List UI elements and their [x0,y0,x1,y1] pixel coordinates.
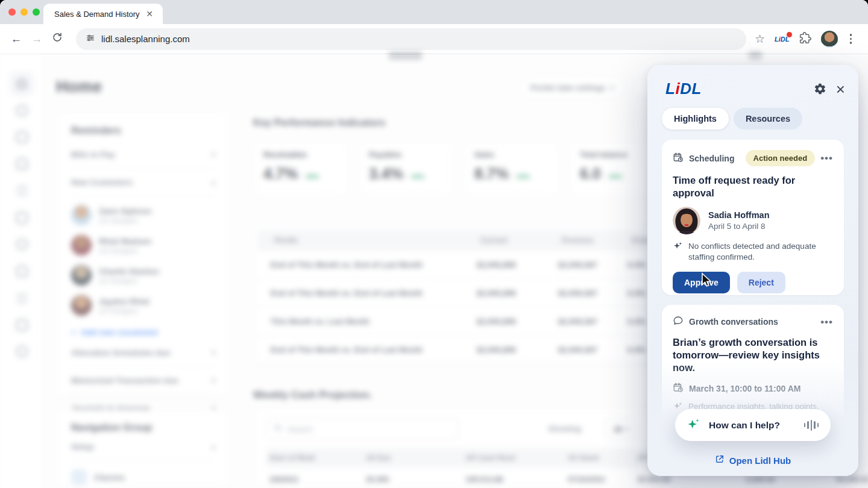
back-icon[interactable]: ← [6,33,27,46]
person-name: Sadia Hoffman [708,210,770,220]
close-window-button[interactable] [8,8,16,16]
bookmark-star-icon[interactable]: ☆ [755,32,765,46]
tab-strip: Sales & Demand History ✕ [0,0,868,24]
gear-icon[interactable] [814,83,826,95]
external-link-icon [715,454,725,466]
person-row: Sadia Hoffman April 5 to April 8 [673,207,833,234]
card-category: Growth conversations [689,317,778,327]
voice-icon[interactable] [804,420,819,431]
panel-tabs: Highlights Resources [662,108,802,130]
open-lidl-hub-link[interactable]: Open Lidl Hub [647,454,858,466]
reject-button[interactable]: Reject [737,272,785,293]
more-icon[interactable]: ••• [820,153,833,163]
lidl-extension-icon[interactable]: LiDL [775,36,789,43]
status-badge: Action needed [746,150,816,166]
browser-menu-icon[interactable] [848,34,855,44]
tune-icon[interactable] [86,33,95,45]
ai-note: No conflicts detected and adequate staff… [688,241,833,263]
card-category: Scheduling [689,154,734,163]
person-dates: April 5 to April 8 [708,222,770,231]
zoom-window-button[interactable] [33,8,40,16]
traffic-lights [8,8,40,16]
extensions-puzzle-icon[interactable] [799,32,811,46]
card-title: Time off request ready for approval [673,174,833,199]
assistant-placeholder: How can I help? [709,420,796,431]
forward-icon[interactable]: → [27,33,47,46]
tab-highlights[interactable]: Highlights [662,108,729,130]
url-bar[interactable]: lidl.salesplanning.com [76,28,746,50]
browser-profile-avatar[interactable] [821,31,838,48]
mouse-cursor [699,272,714,288]
chat-bubble-icon [673,315,684,328]
browser-toolbar: ← → lidl.salesplanning.com ☆ LiDL [0,24,868,54]
avatar [673,207,700,234]
minimize-window-button[interactable] [20,8,28,16]
more-icon[interactable]: ••• [820,317,833,327]
sparkle-icon [673,241,683,263]
reload-icon[interactable] [47,32,68,46]
scheduling-card: Scheduling Action needed ••• Time off re… [662,140,844,295]
panel-header: LiDL × [665,80,845,98]
lidl-logo: LiDL [665,80,702,98]
assistant-input[interactable]: How can I help? [675,409,831,441]
close-icon[interactable]: × [836,81,845,97]
calendar-clock-icon [673,152,684,165]
lidl-assistant-panel: LiDL × Highlights Resources Scheduling A… [647,65,858,476]
browser-tab[interactable]: Sales & Demand History ✕ [43,4,163,24]
url-text: lidl.salesplanning.com [101,34,190,44]
tab-close-icon[interactable]: ✕ [143,9,156,19]
tab-resources[interactable]: Resources [734,108,802,130]
toolbar-right: ☆ LiDL [755,31,854,48]
ai-sparkle-icon [687,418,700,433]
browser-window: Sales & Demand History ✕ ← → lidl.salesp… [0,0,868,488]
tab-title: Sales & Demand History [54,10,143,19]
